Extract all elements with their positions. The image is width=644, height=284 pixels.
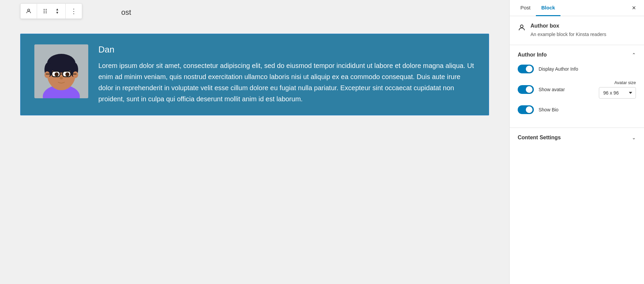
- svg-point-0: [28, 9, 30, 11]
- author-info-collapse-icon[interactable]: ⌃: [632, 52, 636, 58]
- author-name: Dan: [98, 44, 475, 55]
- block-label: ost: [121, 8, 131, 17]
- author-content: Dan Lorem ipsum dolor sit amet, consecte…: [98, 44, 475, 105]
- svg-point-1: [44, 9, 45, 10]
- toolbar-group-more: ⋮: [66, 4, 82, 19]
- tab-post[interactable]: Post: [515, 0, 536, 16]
- block-info-icon: [518, 24, 526, 34]
- block-toolbar: ▲ ▼ ⋮: [20, 3, 82, 19]
- sidebar-tabs: Post Block ×: [510, 0, 644, 16]
- editor-area: ▲ ▼ ⋮ ost: [0, 0, 509, 284]
- avatar-size-label: Avatar size: [614, 80, 636, 85]
- avatar-size-group: Avatar size 96 x 96 48 x 48 128 x 128: [599, 80, 636, 99]
- svg-point-19: [65, 72, 69, 76]
- drag-handle-button[interactable]: [39, 5, 51, 17]
- person-icon-button[interactable]: [23, 5, 35, 17]
- svg-point-5: [44, 12, 45, 13]
- display-author-info-row: Display Author Info: [518, 65, 636, 73]
- display-author-info-toggle[interactable]: [518, 65, 534, 73]
- author-info-title: Author Info: [518, 52, 547, 58]
- content-settings-section: Content Settings ⌄: [510, 128, 644, 147]
- svg-point-2: [46, 9, 47, 10]
- show-avatar-toggle[interactable]: [518, 85, 534, 94]
- toolbar-group-person: [21, 4, 37, 19]
- block-info-desc: An example block for Kinsta readers: [530, 31, 606, 38]
- svg-point-14: [44, 71, 50, 78]
- sidebar: Post Block × Author box An example block…: [509, 0, 644, 284]
- block-info-text: Author box An example block for Kinsta r…: [530, 23, 606, 38]
- show-bio-label: Show Bio: [539, 107, 636, 112]
- block-info-section: Author box An example block for Kinsta r…: [510, 16, 644, 45]
- svg-point-25: [60, 77, 63, 79]
- content-settings-expand-icon[interactable]: ⌄: [632, 135, 636, 140]
- svg-point-4: [46, 11, 47, 12]
- tab-block[interactable]: Block: [536, 0, 560, 16]
- author-bio: Lorem ipsum dolor sit amet, consectetur …: [98, 60, 475, 105]
- block-info-title: Author box: [530, 23, 606, 29]
- svg-point-15: [73, 71, 78, 78]
- avatar-size-select[interactable]: 96 x 96 48 x 48 128 x 128: [599, 87, 636, 99]
- show-avatar-row: Show avatar Avatar size 96 x 96 48 x 48 …: [518, 80, 636, 99]
- svg-point-18: [55, 72, 59, 76]
- show-avatar-label: Show avatar: [539, 87, 594, 92]
- show-bio-row: Show Bio: [518, 105, 636, 114]
- more-options-button[interactable]: ⋮: [68, 5, 80, 17]
- svg-point-26: [520, 25, 523, 28]
- content-settings-title: Content Settings: [518, 135, 561, 141]
- display-author-info-label: Display Author Info: [539, 66, 636, 72]
- svg-point-3: [44, 11, 45, 12]
- block-info: Author box An example block for Kinsta r…: [518, 23, 636, 38]
- move-arrows-button[interactable]: ▲ ▼: [51, 5, 63, 17]
- svg-point-6: [46, 12, 47, 13]
- author-avatar: [34, 44, 88, 98]
- toolbar-group-drag: ▲ ▼: [37, 4, 66, 19]
- show-bio-toggle[interactable]: [518, 105, 534, 114]
- close-button[interactable]: ×: [629, 1, 639, 14]
- author-block: Dan Lorem ipsum dolor sit amet, consecte…: [20, 34, 489, 115]
- author-info-header[interactable]: Author Info ⌃: [518, 52, 636, 58]
- author-info-section: Author Info ⌃ Display Author Info Show a…: [510, 45, 644, 128]
- content-settings-header[interactable]: Content Settings ⌄: [518, 135, 636, 141]
